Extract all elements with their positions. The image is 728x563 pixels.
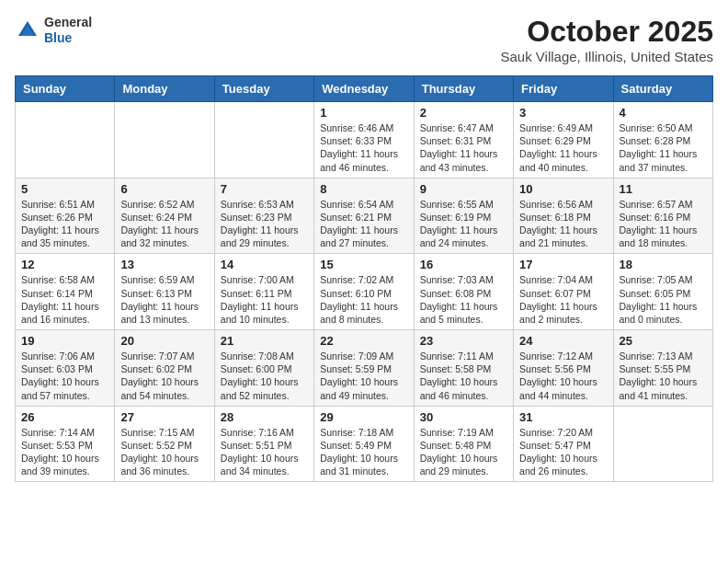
col-header-monday: Monday <box>115 76 214 102</box>
day-info: Sunrise: 6:57 AM Sunset: 6:16 PM Dayligh… <box>620 198 707 250</box>
day-info: Sunrise: 6:50 AM Sunset: 6:28 PM Dayligh… <box>620 121 707 174</box>
day-number: 6 <box>120 182 208 196</box>
day-info: Sunrise: 7:05 AM Sunset: 6:05 PM Dayligh… <box>620 273 707 326</box>
calendar-day-27: 27Sunrise: 7:15 AM Sunset: 5:52 PM Dayli… <box>115 406 214 482</box>
calendar-day-14: 14Sunrise: 7:00 AM Sunset: 6:11 PM Dayli… <box>214 254 313 330</box>
day-number: 3 <box>519 106 607 120</box>
calendar-week-row: 26Sunrise: 7:14 AM Sunset: 5:53 PM Dayli… <box>16 406 713 482</box>
logo-general-text: General <box>44 15 92 30</box>
calendar-day-22: 22Sunrise: 7:09 AM Sunset: 5:59 PM Dayli… <box>314 330 414 407</box>
day-info: Sunrise: 7:11 AM Sunset: 5:58 PM Dayligh… <box>420 350 507 402</box>
calendar-day-26: 26Sunrise: 7:14 AM Sunset: 5:53 PM Dayli… <box>16 406 115 482</box>
calendar-day-18: 18Sunrise: 7:05 AM Sunset: 6:05 PM Dayli… <box>613 254 712 330</box>
calendar-header-row: SundayMondayTuesdayWednesdayThursdayFrid… <box>16 76 713 102</box>
calendar-day-13: 13Sunrise: 6:59 AM Sunset: 6:13 PM Dayli… <box>115 254 214 330</box>
day-number: 17 <box>519 258 607 271</box>
calendar-table: SundayMondayTuesdayWednesdayThursdayFrid… <box>15 75 713 482</box>
day-info: Sunrise: 7:20 AM Sunset: 5:47 PM Dayligh… <box>519 426 607 478</box>
day-number: 23 <box>420 334 507 348</box>
empty-day <box>16 102 115 178</box>
col-header-sunday: Sunday <box>16 76 115 102</box>
day-info: Sunrise: 7:03 AM Sunset: 6:08 PM Dayligh… <box>420 273 507 326</box>
empty-day <box>613 406 712 482</box>
day-info: Sunrise: 6:53 AM Sunset: 6:23 PM Dayligh… <box>221 198 308 250</box>
day-info: Sunrise: 6:46 AM Sunset: 6:33 PM Dayligh… <box>320 121 407 174</box>
calendar-day-5: 5Sunrise: 6:51 AM Sunset: 6:26 PM Daylig… <box>16 178 115 254</box>
calendar-day-3: 3Sunrise: 6:49 AM Sunset: 6:29 PM Daylig… <box>514 102 613 178</box>
page-header: General Blue October 2025 Sauk Village, … <box>15 15 713 64</box>
day-number: 27 <box>120 410 208 424</box>
calendar-day-4: 4Sunrise: 6:50 AM Sunset: 6:28 PM Daylig… <box>613 102 712 178</box>
day-number: 9 <box>420 182 507 196</box>
logo-icon <box>15 17 40 43</box>
day-number: 20 <box>120 334 208 348</box>
day-info: Sunrise: 7:06 AM Sunset: 6:03 PM Dayligh… <box>21 350 108 402</box>
day-number: 25 <box>620 334 707 348</box>
calendar-day-8: 8Sunrise: 6:54 AM Sunset: 6:21 PM Daylig… <box>314 178 414 254</box>
day-number: 15 <box>320 258 407 271</box>
empty-day <box>115 102 214 178</box>
day-info: Sunrise: 7:07 AM Sunset: 6:02 PM Dayligh… <box>120 350 208 402</box>
calendar-week-row: 12Sunrise: 6:58 AM Sunset: 6:14 PM Dayli… <box>16 254 713 330</box>
day-number: 4 <box>620 106 707 120</box>
day-info: Sunrise: 6:55 AM Sunset: 6:19 PM Dayligh… <box>420 198 507 250</box>
calendar-week-row: 19Sunrise: 7:06 AM Sunset: 6:03 PM Dayli… <box>16 330 713 407</box>
day-info: Sunrise: 6:51 AM Sunset: 6:26 PM Dayligh… <box>21 198 108 250</box>
calendar-day-21: 21Sunrise: 7:08 AM Sunset: 6:00 PM Dayli… <box>214 330 313 407</box>
day-number: 13 <box>120 258 208 271</box>
logo-blue-text: Blue <box>44 30 92 46</box>
calendar-day-15: 15Sunrise: 7:02 AM Sunset: 6:10 PM Dayli… <box>314 254 414 330</box>
day-number: 10 <box>519 182 607 196</box>
calendar-day-23: 23Sunrise: 7:11 AM Sunset: 5:58 PM Dayli… <box>414 330 513 407</box>
calendar-day-6: 6Sunrise: 6:52 AM Sunset: 6:24 PM Daylig… <box>115 178 214 254</box>
day-number: 31 <box>519 410 607 424</box>
calendar-day-1: 1Sunrise: 6:46 AM Sunset: 6:33 PM Daylig… <box>314 102 414 178</box>
day-info: Sunrise: 7:13 AM Sunset: 5:55 PM Dayligh… <box>620 350 707 402</box>
day-info: Sunrise: 7:18 AM Sunset: 5:49 PM Dayligh… <box>320 426 407 478</box>
day-number: 18 <box>620 258 707 271</box>
day-info: Sunrise: 7:04 AM Sunset: 6:07 PM Dayligh… <box>519 273 607 326</box>
calendar-day-31: 31Sunrise: 7:20 AM Sunset: 5:47 PM Dayli… <box>514 406 613 482</box>
day-info: Sunrise: 7:14 AM Sunset: 5:53 PM Dayligh… <box>21 426 108 478</box>
day-number: 22 <box>320 334 407 348</box>
calendar-day-29: 29Sunrise: 7:18 AM Sunset: 5:49 PM Dayli… <box>314 406 414 482</box>
day-info: Sunrise: 7:16 AM Sunset: 5:51 PM Dayligh… <box>221 426 308 478</box>
logo: General Blue <box>15 15 92 46</box>
day-number: 5 <box>21 182 108 196</box>
day-number: 29 <box>320 410 407 424</box>
day-info: Sunrise: 6:56 AM Sunset: 6:18 PM Dayligh… <box>519 198 607 250</box>
calendar-day-28: 28Sunrise: 7:16 AM Sunset: 5:51 PM Dayli… <box>214 406 313 482</box>
calendar-week-row: 1Sunrise: 6:46 AM Sunset: 6:33 PM Daylig… <box>16 102 713 178</box>
calendar-day-2: 2Sunrise: 6:47 AM Sunset: 6:31 PM Daylig… <box>414 102 513 178</box>
col-header-saturday: Saturday <box>613 76 712 102</box>
day-number: 24 <box>519 334 607 348</box>
calendar-day-16: 16Sunrise: 7:03 AM Sunset: 6:08 PM Dayli… <box>414 254 513 330</box>
calendar-day-11: 11Sunrise: 6:57 AM Sunset: 6:16 PM Dayli… <box>613 178 712 254</box>
day-info: Sunrise: 6:47 AM Sunset: 6:31 PM Dayligh… <box>420 121 507 174</box>
day-number: 12 <box>21 258 108 271</box>
day-number: 16 <box>420 258 507 271</box>
calendar-day-7: 7Sunrise: 6:53 AM Sunset: 6:23 PM Daylig… <box>214 178 313 254</box>
col-header-thursday: Thursday <box>414 76 513 102</box>
day-number: 19 <box>21 334 108 348</box>
day-info: Sunrise: 6:52 AM Sunset: 6:24 PM Dayligh… <box>120 198 208 250</box>
day-info: Sunrise: 7:02 AM Sunset: 6:10 PM Dayligh… <box>320 273 407 326</box>
day-info: Sunrise: 7:15 AM Sunset: 5:52 PM Dayligh… <box>120 426 208 478</box>
day-number: 21 <box>221 334 308 348</box>
day-number: 7 <box>221 182 308 196</box>
month-title: October 2025 <box>500 15 713 49</box>
day-number: 14 <box>221 258 308 271</box>
day-number: 1 <box>320 106 407 120</box>
col-header-tuesday: Tuesday <box>214 76 313 102</box>
calendar-day-30: 30Sunrise: 7:19 AM Sunset: 5:48 PM Dayli… <box>414 406 513 482</box>
day-info: Sunrise: 7:12 AM Sunset: 5:56 PM Dayligh… <box>519 350 607 402</box>
calendar-day-24: 24Sunrise: 7:12 AM Sunset: 5:56 PM Dayli… <box>514 330 613 407</box>
day-number: 28 <box>221 410 308 424</box>
calendar-day-17: 17Sunrise: 7:04 AM Sunset: 6:07 PM Dayli… <box>514 254 613 330</box>
col-header-friday: Friday <box>514 76 613 102</box>
day-info: Sunrise: 7:19 AM Sunset: 5:48 PM Dayligh… <box>420 426 507 478</box>
calendar-day-12: 12Sunrise: 6:58 AM Sunset: 6:14 PM Dayli… <box>16 254 115 330</box>
calendar-day-10: 10Sunrise: 6:56 AM Sunset: 6:18 PM Dayli… <box>514 178 613 254</box>
title-block: October 2025 Sauk Village, Illinois, Uni… <box>500 15 713 64</box>
day-info: Sunrise: 6:59 AM Sunset: 6:13 PM Dayligh… <box>120 273 208 326</box>
